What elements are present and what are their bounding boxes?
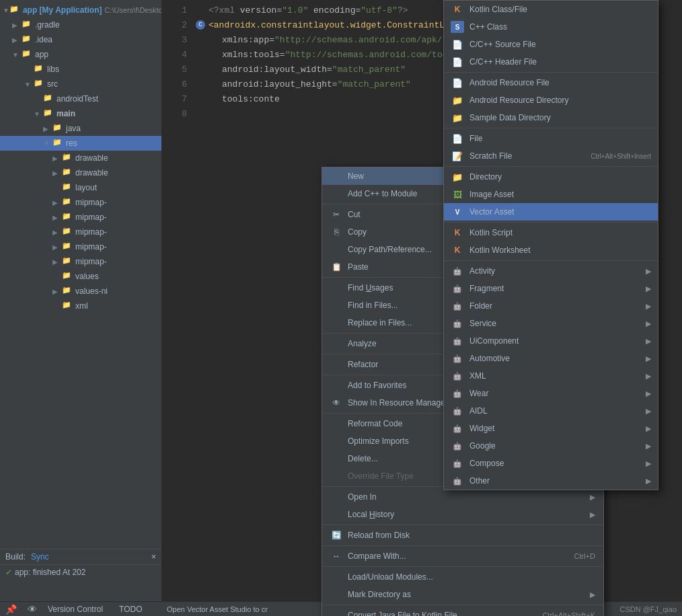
- csdn-label: CSDN @FJ_qiao: [619, 605, 677, 613]
- sub-item-aidl[interactable]: 🤖 AIDL ▶: [444, 402, 658, 420]
- sub-item-activity[interactable]: 🤖 Activity ▶: [444, 262, 658, 280]
- tree-arrow: ▶: [12, 22, 22, 29]
- line-num-8: 8: [167, 109, 187, 119]
- tree-item-mipmap5[interactable]: ▶ 📁 mipmap-: [0, 254, 161, 269]
- ctx-item-convert-kotlin[interactable]: Convert Java File to Kotlin File Ctrl+Al…: [322, 607, 603, 616]
- build-close[interactable]: ×: [151, 552, 156, 562]
- sub-label-android-resource-dir: Android Resource Directory: [469, 95, 651, 105]
- ctx-item-mark-dir[interactable]: Mark Directory as ▶: [322, 586, 603, 603]
- eye-icon: 👁: [28, 604, 37, 615]
- tree-item-res[interactable]: ▼ 📁 res: [0, 136, 161, 151]
- sub-arrow-google: ▶: [646, 442, 651, 451]
- folder-icon-gradle: 📁: [22, 20, 32, 30]
- sub-item-xml[interactable]: 🤖 XML ▶: [444, 367, 658, 385]
- tree-item-libs[interactable]: 📁 libs: [0, 62, 161, 77]
- sub-item-folder[interactable]: 🤖 Folder ▶: [444, 297, 658, 315]
- sub-item-service[interactable]: 🤖 Service ▶: [444, 315, 658, 332]
- tree-arrow: ▶: [52, 258, 62, 266]
- sub-icon-kotlin-worksheet: K: [451, 244, 464, 256]
- tree-item-androidtest[interactable]: 📁 androidTest: [0, 91, 161, 106]
- ctx-item-local-history[interactable]: Local History ▶: [322, 506, 603, 523]
- tree-label-java: java: [66, 124, 81, 133]
- sub-item-uicomponent[interactable]: 🤖 UiComponent ▶: [444, 332, 658, 350]
- tree-item-java[interactable]: ▶ 📁 java: [0, 121, 161, 136]
- sub-arrow-xml: ▶: [646, 372, 651, 381]
- tree-item-drawable1[interactable]: ▶ 📁 drawable: [0, 151, 161, 165]
- tree-item-xml[interactable]: 📁 xml: [0, 299, 161, 313]
- sub-item-kotlin-worksheet[interactable]: K Kotlin Worksheet: [444, 241, 658, 259]
- sub-item-directory[interactable]: 📁 Directory: [444, 168, 658, 186]
- tree-label-androidtest: androidTest: [56, 94, 98, 104]
- tree-item-drawable2[interactable]: ▶ 📁 drawable: [0, 165, 161, 180]
- sub-item-android-resource-dir[interactable]: 📁 Android Resource Directory: [444, 91, 658, 109]
- tree-item-idea[interactable]: ▶ 📁 .idea: [0, 32, 161, 47]
- tree-item-src[interactable]: ▼ 📁 src: [0, 77, 161, 91]
- tree-item-mipmap3[interactable]: ▶ 📁 mipmap-: [0, 225, 161, 239]
- ctx-icon-compare: ↔: [330, 551, 342, 561]
- tree-item-main[interactable]: ▼ 📁 main: [0, 106, 161, 121]
- sub-item-sample-data[interactable]: 📁 Sample Data Directory: [444, 109, 658, 126]
- ctx-item-load-unload[interactable]: Load/Unload Modules...: [322, 568, 603, 586]
- sub-arrow-fragment: ▶: [646, 284, 651, 293]
- sub-label-vector-asset: Vector Asset: [469, 207, 651, 217]
- tree-item-mipmap2[interactable]: ▶ 📁 mipmap-: [0, 210, 161, 225]
- sub-label-android-resource: Android Resource File: [469, 78, 651, 87]
- sub-sep-3: [444, 166, 658, 167]
- sub-label-other: Other: [469, 476, 646, 486]
- ctx-icon-cut: ✂: [330, 210, 342, 219]
- sync-button[interactable]: Sync: [31, 552, 49, 562]
- ctx-sep-11: [322, 605, 603, 605]
- sub-arrow-other: ▶: [646, 477, 651, 486]
- sub-icon-activity: 🤖: [451, 265, 464, 277]
- tree-item-mipmap1[interactable]: ▶ 📁 mipmap-: [0, 195, 161, 210]
- tree-arrow: ▶: [52, 214, 62, 221]
- sub-item-image-asset[interactable]: 🖼 Image Asset: [444, 186, 658, 203]
- sub-item-google[interactable]: 🤖 Google ▶: [444, 437, 658, 455]
- sub-item-widget[interactable]: 🤖 Widget ▶: [444, 420, 658, 437]
- sub-item-android-resource[interactable]: 📄 Android Resource File: [444, 74, 658, 91]
- build-content: ✓ app: finished At 202: [0, 565, 161, 601]
- sub-item-kotlin-script[interactable]: K Kotlin Script: [444, 224, 658, 241]
- bottom-bar: 📌 👁 Version Control TODO: [0, 601, 161, 616]
- sub-item-scratch[interactable]: 📝 Scratch File Ctrl+Alt+Shift+Insert: [444, 147, 658, 165]
- ctx-label-compare: Compare With...: [348, 551, 561, 561]
- sub-item-cpp-class[interactable]: S C++ Class: [444, 18, 658, 36]
- tree-arrow: ▶: [52, 199, 62, 206]
- sub-icon-cpp-class: S: [451, 21, 464, 33]
- tree-arrow: ▶: [52, 155, 62, 162]
- sub-label-wear: Wear: [469, 389, 646, 398]
- todo-label[interactable]: TODO: [119, 605, 142, 614]
- sub-sep-2: [444, 128, 658, 128]
- tree-item-app-root[interactable]: ▼ 📁 app [My Application] C:\Users\f\Desk…: [0, 3, 161, 17]
- main-layout: ▼ 📁 app [My Application] C:\Users\f\Desk…: [0, 0, 682, 616]
- sub-item-other[interactable]: 🤖 Other ▶: [444, 472, 658, 490]
- tree-item-mipmap4[interactable]: ▶ 📁 mipmap-: [0, 239, 161, 254]
- sub-label-folder: Folder: [469, 301, 646, 311]
- sub-item-automotive[interactable]: 🤖 Automotive ▶: [444, 350, 658, 367]
- tree-item-values-night[interactable]: ▶ 📁 values-ni: [0, 284, 161, 299]
- tree-item-app[interactable]: ▼ 📁 app: [0, 47, 161, 62]
- ctx-item-reload[interactable]: 🔄 Reload from Disk: [322, 527, 603, 544]
- tree-item-layout[interactable]: 📁 layout: [0, 180, 161, 195]
- sub-item-cpp-header[interactable]: 📄 C/C++ Header File: [444, 53, 658, 71]
- sub-item-compose[interactable]: 🤖 Compose ▶: [444, 455, 658, 472]
- sub-label-cpp-header: C/C++ Header File: [469, 57, 651, 67]
- sub-label-compose: Compose: [469, 459, 646, 468]
- sub-item-vector-asset[interactable]: V Vector Asset: [444, 203, 658, 221]
- tree-item-gradle[interactable]: ▶ 📁 .gradle: [0, 17, 161, 32]
- sub-label-widget: Widget: [469, 424, 646, 433]
- sub-item-cpp-source[interactable]: 📄 C/C++ Source File: [444, 36, 658, 53]
- sub-item-fragment[interactable]: 🤖 Fragment ▶: [444, 280, 658, 297]
- tree-item-values[interactable]: 📁 values: [0, 269, 161, 284]
- tree-label-mipmap2: mipmap-: [75, 213, 107, 222]
- sub-icon-android-resource: 📄: [451, 77, 464, 89]
- ctx-item-open-in[interactable]: Open In ▶: [322, 488, 603, 506]
- sub-label-scratch: Scratch File: [469, 151, 591, 161]
- sub-item-file[interactable]: 📄 File: [444, 130, 658, 147]
- tree-label-mipmap4: mipmap-: [75, 242, 107, 252]
- sub-item-kotlin-class[interactable]: K Kotlin Class/File: [444, 1, 658, 18]
- sub-arrow-service: ▶: [646, 319, 651, 328]
- ctx-item-compare[interactable]: ↔ Compare With... Ctrl+D: [322, 547, 603, 565]
- sub-item-wear[interactable]: 🤖 Wear ▶: [444, 385, 658, 402]
- version-control-label[interactable]: Version Control: [48, 605, 103, 614]
